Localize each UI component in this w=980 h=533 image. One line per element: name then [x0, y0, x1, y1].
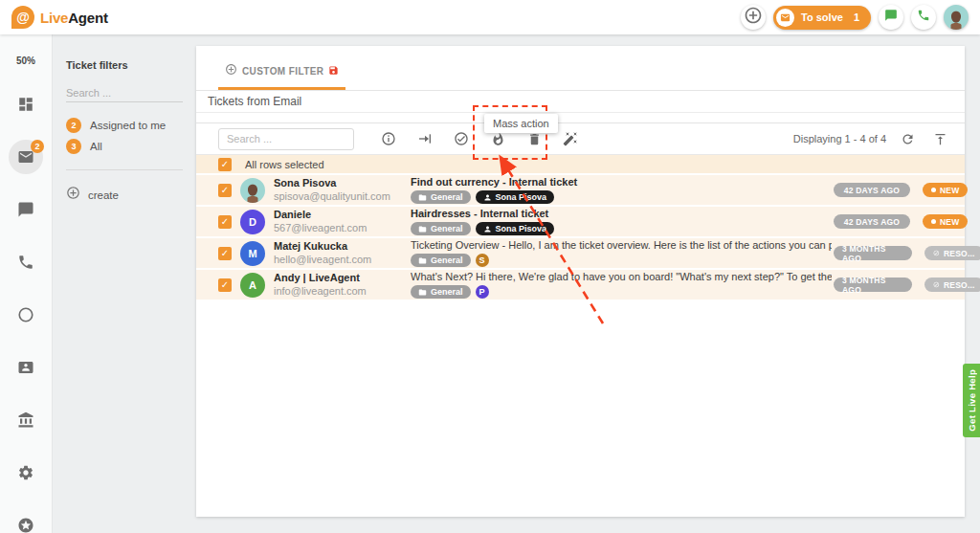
sidebar-item-settings[interactable] — [9, 455, 43, 490]
gear-icon — [17, 464, 34, 481]
toolbar-right: Displaying 1 - 4 of 4 — [793, 127, 951, 150]
scroll-top-button[interactable] — [928, 127, 951, 150]
ticket-preview: What's Next? Hi there, We're glad to hav… — [411, 271, 832, 283]
clock-ring-icon — [17, 306, 34, 323]
displaying-count: Displaying 1 - 4 of 4 — [793, 133, 886, 144]
refresh-button[interactable] — [896, 127, 919, 150]
sidebar-item-dashboard[interactable] — [9, 87, 43, 122]
department-tag[interactable]: General — [411, 254, 471, 267]
status-badge: NEW — [923, 214, 968, 229]
sidebar-item-upgrade[interactable] — [9, 508, 43, 533]
user-avatar[interactable] — [944, 5, 969, 30]
avatar: A — [240, 273, 265, 298]
divider — [66, 169, 183, 170]
to-solve-label: To solve — [801, 11, 843, 23]
filter-count-badge: 2 — [66, 118, 81, 133]
ticket-summary: What's Next? Hi there, We're glad to hav… — [411, 271, 834, 299]
logo-bubble-icon: @ — [11, 6, 34, 29]
icon-sidebar: 50% 2 — [0, 34, 53, 533]
mass-action-button[interactable] — [559, 127, 582, 150]
requester: Matej Kukucka hello@liveagent.com — [274, 240, 411, 267]
chat-icon — [17, 201, 34, 218]
row-checkbox[interactable] — [218, 184, 232, 197]
ticket-toolbar: Displaying 1 - 4 of 4 — [196, 122, 965, 155]
sidebar-item-chats[interactable] — [9, 192, 43, 227]
ticket-badges: 3 MONTHS AGO RESO... — [834, 278, 980, 292]
ticket-search-input[interactable] — [218, 128, 354, 150]
sidebar-items: 2 — [9, 87, 43, 533]
age-badge: 3 MONTHS AGO — [834, 246, 912, 260]
filter-item-all[interactable]: 3 All — [66, 139, 183, 154]
sidebar-item-contacts[interactable] — [9, 350, 43, 385]
requester: Andy | LiveAgent info@liveagent.com — [274, 272, 411, 299]
ticket-row[interactable]: A Andy | LiveAgent info@liveagent.com Wh… — [196, 270, 965, 301]
ticket-summary: Hairdresses - Internal ticket General So… — [411, 208, 834, 235]
assignee-initial-badge[interactable]: P — [476, 285, 489, 299]
ticket-badges: 42 DAYS AGO NEW — [834, 214, 980, 229]
header-actions: To solve 1 — [741, 5, 969, 30]
create-filter-button[interactable]: create — [66, 186, 183, 204]
assignee-tag[interactable]: Sona Pisova — [476, 222, 555, 235]
live-help-label: Get Live Help — [967, 369, 977, 432]
start-chat-button[interactable] — [879, 5, 903, 30]
ticket-tags: General S — [411, 254, 834, 267]
contacts-icon — [17, 359, 34, 376]
status-badge: RESO... — [924, 278, 980, 292]
requester-name: Sona Pisova — [274, 177, 411, 190]
requester-name: Matej Kukucka — [274, 240, 411, 254]
ticket-filters-panel: Ticket filters 2 Assigned to me 3 All cr… — [53, 34, 196, 533]
start-call-button[interactable] — [911, 5, 936, 30]
department-tag[interactable]: General — [411, 285, 471, 299]
liveagent-app: @ LiveAgent To solve 1 — [0, 0, 980, 533]
get-live-help-button[interactable]: Get Live Help — [963, 364, 980, 437]
row-checkbox[interactable] — [218, 215, 232, 229]
requester: Sona Pisova spisova@qualityunit.com — [274, 177, 411, 204]
requester-email: info@liveagent.com — [274, 285, 411, 299]
requester: Daniele 567@liveagent.com — [274, 209, 411, 235]
filters-title: Ticket filters — [66, 59, 183, 71]
filter-item-assigned-to-me[interactable]: 2 Assigned to me — [66, 118, 183, 133]
status-badge: NEW — [923, 183, 968, 197]
row-checkbox[interactable] — [218, 247, 232, 260]
phone-icon — [17, 254, 34, 271]
ticket-badges: 3 MONTHS AGO RESO... — [834, 246, 980, 260]
ticket-row[interactable]: Sona Pisova spisova@qualityunit.com Find… — [196, 175, 965, 207]
requester-email: spisova@qualityunit.com — [274, 190, 411, 204]
requester-name: Daniele — [274, 209, 411, 222]
add-button[interactable] — [741, 5, 766, 30]
age-badge: 42 DAYS AGO — [834, 183, 910, 197]
requester-name: Andy | LiveAgent — [274, 272, 411, 285]
sidebar-item-tickets[interactable]: 2 — [9, 140, 43, 174]
info-button[interactable] — [377, 127, 400, 150]
department-tag[interactable]: General — [411, 190, 471, 204]
assignee-initial-badge[interactable]: S — [476, 254, 489, 267]
ticket-tags: General Sona Pisova — [411, 190, 834, 204]
age-badge: 3 MONTHS AGO — [834, 278, 912, 292]
sidebar-item-calls[interactable] — [9, 245, 43, 279]
transfer-button[interactable] — [413, 127, 436, 150]
resolve-button[interactable] — [450, 127, 473, 150]
filters-search-input[interactable] — [66, 84, 183, 102]
tickets-count-badge: 2 — [31, 140, 44, 153]
to-solve-button[interactable]: To solve 1 — [773, 6, 871, 30]
department-tag[interactable]: General — [411, 222, 471, 235]
ticket-row[interactable]: D Daniele 567@liveagent.com Hairdresses … — [196, 207, 965, 238]
requester-email: hello@liveagent.com — [274, 254, 411, 267]
mass-action-tooltip: Mass action — [484, 114, 558, 133]
ticket-tags: General P — [411, 285, 834, 299]
assignee-tag[interactable]: Sona Pisova — [476, 190, 555, 204]
row-checkbox[interactable] — [218, 278, 232, 292]
chat-icon — [884, 9, 898, 26]
select-all-label: All rows selected — [245, 159, 324, 170]
phone-icon — [917, 9, 930, 26]
filter-count-badge: 3 — [66, 139, 81, 154]
select-all-checkbox[interactable] — [218, 158, 232, 171]
avatar: D — [240, 210, 265, 234]
ticket-row[interactable]: M Matej Kukucka hello@liveagent.com Tick… — [196, 238, 965, 270]
sidebar-item-time[interactable] — [9, 298, 43, 332]
sidebar-item-academy[interactable] — [9, 403, 43, 437]
ticket-summary: Ticketing Overview - Hello, I am the tic… — [411, 239, 834, 267]
tab-custom-filter[interactable]: CUSTOM FILTER — [218, 62, 345, 90]
filter-list: 2 Assigned to me 3 All — [66, 118, 183, 154]
liveagent-logo[interactable]: @ LiveAgent — [11, 6, 108, 29]
